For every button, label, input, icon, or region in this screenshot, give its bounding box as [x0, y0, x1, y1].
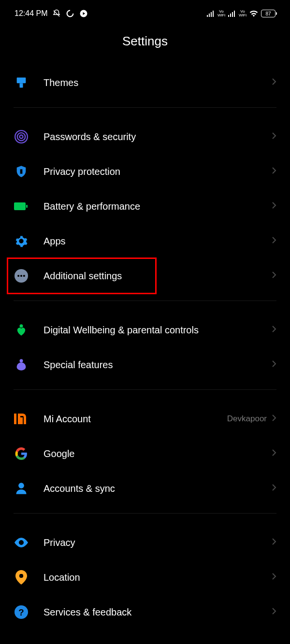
row-label: Additional settings [44, 271, 272, 282]
divider [14, 389, 276, 390]
svg-point-13 [17, 133, 25, 141]
row-label: Apps [44, 236, 272, 247]
person-icon [14, 481, 29, 496]
row-accounts-sync[interactable]: Accounts & sync [0, 471, 290, 506]
status-right: VoWiFi VoWiFi 87 [207, 10, 276, 17]
chevron-right-icon [272, 572, 276, 582]
svg-point-26 [18, 483, 24, 488]
svg-rect-10 [17, 78, 26, 84]
row-apps[interactable]: Apps [0, 224, 290, 258]
svg-point-20 [20, 275, 22, 277]
svg-rect-9 [234, 11, 235, 17]
svg-point-28 [19, 574, 23, 578]
svg-rect-24 [14, 414, 16, 424]
row-additional-settings[interactable]: Additional settings [0, 258, 290, 293]
row-label: Passwords & security [44, 131, 272, 143]
chevron-right-icon [272, 167, 276, 176]
row-label: Google [44, 448, 272, 459]
row-themes[interactable]: Themes [0, 65, 290, 100]
row-label: Location [44, 572, 272, 583]
row-digital-wellbeing[interactable]: Digital Wellbeing & parental controls [0, 313, 290, 347]
sync-icon [66, 9, 74, 18]
wellbeing-icon [14, 322, 29, 338]
row-battery-performance[interactable]: Battery & performance [0, 189, 290, 224]
chevron-right-icon [272, 271, 276, 281]
page-title: Settings [0, 23, 290, 65]
status-bar: 12:44 PM VoWiFi VoWiFi 87 [0, 0, 290, 23]
row-mi-account[interactable]: Mi Account Devkapoor [0, 401, 290, 436]
fingerprint-icon [14, 129, 29, 144]
svg-point-27 [20, 541, 23, 544]
divider [14, 513, 276, 514]
row-special-features[interactable]: Special features [0, 347, 290, 382]
row-location[interactable]: Location [0, 560, 290, 595]
chevron-right-icon [272, 201, 276, 211]
row-label: Services & feedback [44, 607, 272, 618]
row-label: Special features [44, 359, 272, 371]
svg-rect-25 [20, 417, 23, 424]
row-label: Digital Wellbeing & parental controls [44, 325, 272, 336]
row-passwords-security[interactable]: Passwords & security [0, 119, 290, 154]
svg-rect-3 [209, 14, 210, 17]
themes-icon [14, 75, 29, 90]
svg-point-23 [20, 359, 23, 362]
signal-icon-2 [228, 10, 236, 17]
mute-icon [52, 9, 61, 18]
chevron-right-icon [272, 538, 276, 547]
chevron-right-icon [272, 449, 276, 458]
chevron-right-icon [272, 236, 276, 246]
svg-point-21 [23, 275, 25, 277]
chevron-right-icon [272, 607, 276, 617]
gear-icon [14, 233, 29, 249]
row-label: Privacy protection [44, 166, 272, 177]
chevron-right-icon [272, 78, 276, 87]
svg-rect-8 [232, 12, 233, 17]
row-label: Battery & performance [44, 201, 272, 212]
status-left: 12:44 PM [14, 9, 88, 18]
row-label: Privacy [44, 537, 272, 548]
location-pin-icon [14, 570, 29, 585]
svg-rect-15 [20, 169, 23, 173]
row-label: Accounts & sync [44, 483, 272, 494]
svg-point-22 [20, 324, 23, 328]
help-icon: ? [14, 604, 29, 620]
row-label: Mi Account [44, 414, 227, 425]
svg-point-19 [17, 275, 19, 277]
svg-rect-17 [26, 205, 28, 208]
shield-icon [14, 164, 29, 179]
svg-rect-5 [213, 11, 214, 17]
vowifi-icon-2: VoWiFi [239, 10, 246, 17]
svg-text:?: ? [18, 607, 24, 617]
row-privacy-protection[interactable]: Privacy protection [0, 154, 290, 189]
chevron-right-icon [272, 484, 276, 493]
status-time: 12:44 PM [14, 9, 47, 18]
row-services-feedback[interactable]: ? Services & feedback [0, 595, 290, 630]
google-icon [14, 446, 29, 461]
vowifi-icon-1: VoWiFi [218, 10, 225, 17]
row-value: Devkapoor [227, 414, 267, 424]
row-privacy[interactable]: Privacy [0, 525, 290, 560]
battery-performance-icon [14, 199, 29, 214]
more-horizontal-icon [14, 268, 29, 284]
mi-logo-icon [14, 411, 29, 427]
battery-icon: 87 [261, 10, 276, 17]
row-label: Themes [44, 77, 272, 88]
svg-rect-4 [211, 12, 212, 17]
svg-rect-11 [20, 83, 23, 87]
row-google[interactable]: Google [0, 436, 290, 471]
battery-level: 87 [265, 11, 271, 16]
chevron-right-icon [272, 325, 276, 335]
svg-point-12 [20, 135, 23, 139]
chevron-right-icon [272, 414, 276, 424]
divider [14, 107, 276, 108]
signal-icon [207, 10, 215, 17]
wifi-icon [249, 10, 258, 17]
svg-rect-7 [230, 14, 231, 17]
chevron-right-icon [272, 132, 276, 142]
flask-icon [14, 357, 29, 372]
chevron-right-icon [272, 360, 276, 370]
svg-rect-16 [14, 202, 26, 210]
eye-icon [14, 535, 29, 550]
svg-rect-2 [207, 15, 208, 17]
play-icon [79, 9, 88, 18]
